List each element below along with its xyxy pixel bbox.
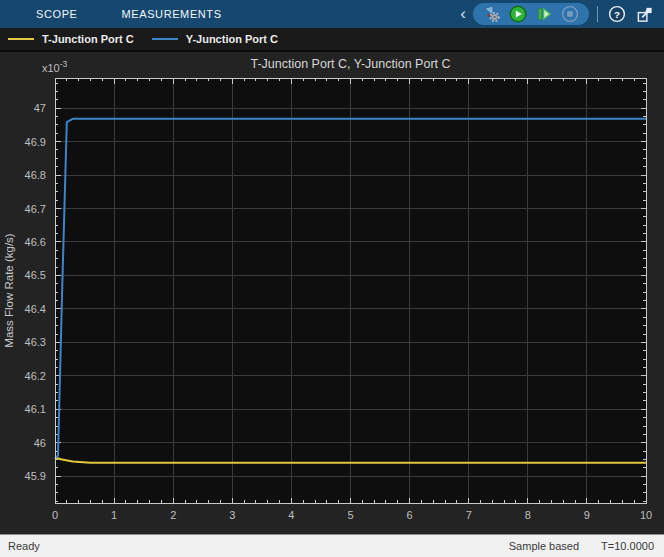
toolstrip: SCOPE MEASUREMENTS ‹ xyxy=(0,0,664,28)
simulation-settings-button[interactable] xyxy=(483,5,501,23)
y-tick-label: 46.5 xyxy=(25,269,46,281)
y-tick-label: 46.3 xyxy=(25,336,46,348)
toolbar-quick-access: ‹ xyxy=(458,3,654,25)
y-axis-multiplier: x10-3 xyxy=(42,59,68,74)
stop-circle-icon xyxy=(561,5,579,23)
y-tick-label: 47 xyxy=(34,102,46,114)
legend-bar: T-Junction Port C Y-Junction Port C xyxy=(0,28,664,52)
x-tick-label: 5 xyxy=(347,509,353,521)
x-tick-label: 3 xyxy=(229,509,235,521)
question-mark-icon: ? xyxy=(608,4,626,24)
status-right-group: Sample based T=10.0000 xyxy=(509,540,664,552)
x-tick-label: 6 xyxy=(407,509,413,521)
run-button[interactable] xyxy=(509,5,527,23)
help-button[interactable]: ? xyxy=(608,5,626,23)
toolbar-divider xyxy=(597,6,598,22)
svg-text:?: ? xyxy=(614,9,620,20)
y-junction-legend-label: Y-Junction Port C xyxy=(186,33,278,45)
stop-button[interactable] xyxy=(561,5,579,23)
chart-title: T-Junction Port C, Y-Junction Port C xyxy=(250,57,450,71)
x-tick-label: 1 xyxy=(111,509,117,521)
x-tick-label: 9 xyxy=(584,509,590,521)
y-tick-label: 46.6 xyxy=(25,236,46,248)
popout-button[interactable] xyxy=(636,5,654,23)
y-axis-label: Mass Flow Rate (kg/s) xyxy=(3,233,15,348)
x-tick-label: 0 xyxy=(52,509,58,521)
y-tick-label: 46.9 xyxy=(25,136,46,148)
play-circle-icon xyxy=(509,5,527,23)
y-junction-line-swatch xyxy=(152,38,178,40)
tab-scope[interactable]: SCOPE xyxy=(14,0,100,28)
simulation-controls-panel xyxy=(473,3,589,25)
chart-canvas: 01234567891045.94646.146.246.346.446.546… xyxy=(0,52,664,534)
step-forward-icon xyxy=(535,5,553,23)
x-tick-label: 8 xyxy=(525,509,531,521)
y-tick-label: 46.8 xyxy=(25,169,46,181)
gear-flag-icon xyxy=(483,5,501,23)
y-tick-label: 46.4 xyxy=(25,303,46,315)
figure-area[interactable]: 01234567891045.94646.146.246.346.446.546… xyxy=(0,52,664,534)
x-tick-label: 2 xyxy=(170,509,176,521)
step-forward-button[interactable] xyxy=(535,5,553,23)
scope-window: SCOPE MEASUREMENTS ‹ xyxy=(0,0,664,557)
t-junction-legend-label: T-Junction Port C xyxy=(42,33,134,45)
y-tick-label: 46.1 xyxy=(25,403,46,415)
t-junction-line-swatch xyxy=(8,38,34,40)
sample-mode-label: Sample based xyxy=(509,540,579,552)
simulation-time-label: T=10.0000 xyxy=(601,540,654,552)
status-bar: Ready Sample based T=10.0000 xyxy=(0,534,664,557)
tab-measurements[interactable]: MEASUREMENTS xyxy=(100,0,244,28)
y-tick-label: 46.7 xyxy=(25,203,46,215)
legend-item-t-junction[interactable]: T-Junction Port C xyxy=(8,33,134,45)
x-tick-label: 4 xyxy=(288,509,294,521)
y-tick-label: 46.2 xyxy=(25,370,46,382)
legend-item-y-junction[interactable]: Y-Junction Port C xyxy=(152,33,278,45)
collapse-toolstrip-icon[interactable]: ‹ xyxy=(458,3,468,25)
x-tick-label: 10 xyxy=(640,509,652,521)
y-tick-label: 46 xyxy=(34,437,46,449)
x-tick-label: 7 xyxy=(466,509,472,521)
toolstrip-tabs: SCOPE MEASUREMENTS xyxy=(14,0,244,28)
y-tick-label: 45.9 xyxy=(25,470,46,482)
pop-out-icon xyxy=(636,5,654,24)
status-message: Ready xyxy=(0,540,40,552)
